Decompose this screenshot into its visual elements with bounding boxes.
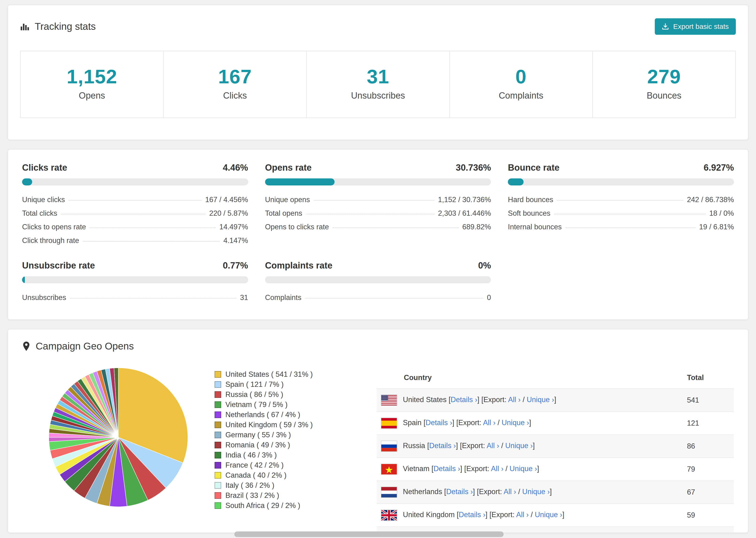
export-basic-stats-button[interactable]: Export basic stats — [655, 18, 736, 35]
geo-legend: United States ( 541 / 31% )Spain ( 121 /… — [215, 367, 377, 512]
bounce-rate-progress-track — [508, 178, 734, 186]
stat-complaints: 0 Complaints — [449, 51, 592, 118]
export-all-link[interactable]: All › — [508, 396, 520, 404]
legend-item: Germany ( 55 / 3% ) — [215, 431, 377, 439]
country-column-header: Country — [377, 367, 682, 389]
horizontal-scrollbar-thumb[interactable] — [234, 531, 503, 537]
export-all-link[interactable]: All › — [483, 418, 495, 427]
legend-label: India ( 46 / 3% ) — [225, 452, 277, 459]
legend-item: Canada ( 40 / 2% ) — [215, 471, 377, 479]
total-cell: 79 — [682, 458, 734, 481]
table-row: United States [Details ›] [Export: All ›… — [377, 389, 734, 412]
table-row: Vietnam [Details ›] [Export: All › / Uni… — [377, 458, 734, 481]
opens-rate-progress-fill — [265, 178, 335, 186]
legend-item: India ( 46 / 3% ) — [215, 452, 377, 459]
country-cell: United States [Details ›] [Export: All ›… — [377, 389, 682, 412]
export-unique-link[interactable]: Unique › — [502, 418, 529, 427]
geo-table: Country Total United States [Details ›] … — [377, 367, 734, 533]
download-icon — [662, 23, 669, 30]
export-unique-link[interactable]: Unique › — [522, 488, 550, 496]
rate-row-value: 4.147% — [224, 237, 248, 245]
legend-item: Brazil ( 33 / 2% ) — [215, 492, 377, 499]
tracking-stats-card: Tracking stats Export basic stats 1,152 … — [8, 5, 748, 140]
dotted-leader — [69, 200, 201, 201]
table-row: United Kingdom [Details ›] [Export: All … — [377, 504, 734, 527]
rate-row: Soft bounces18 / 0% — [508, 207, 734, 220]
stat-clicks: 167 Clicks — [163, 51, 306, 118]
stats-summary-row: 1,152 Opens 167 Clicks 31 Unsubscribes 0… — [20, 51, 736, 118]
geo-table-header-row: Country Total — [377, 367, 734, 389]
country-cell: Netherlands [Details ›] [Export: All › /… — [377, 481, 682, 504]
legend-item: Italy ( 36 / 2% ) — [215, 482, 377, 489]
legend-swatch — [215, 422, 221, 428]
rate-row-value: 18 / 0% — [709, 209, 734, 218]
rate-row: Opens to clicks rate689.82% — [265, 220, 491, 234]
legend-swatch — [215, 432, 221, 438]
rate-row-label: Unique clicks — [22, 195, 65, 204]
stat-label: Complaints — [450, 91, 592, 101]
rate-row-label: Unsubscribes — [22, 294, 66, 302]
rate-row-label: Internal bounces — [508, 223, 562, 231]
export-unique-link[interactable]: Unique › — [505, 442, 533, 450]
legend-item: United Kingdom ( 59 / 3% ) — [215, 421, 377, 428]
rate-value: 4.46% — [223, 163, 248, 173]
export-unique-link[interactable]: Unique › — [510, 464, 537, 473]
stat-label: Opens — [21, 91, 163, 101]
details-link[interactable]: Details › — [429, 442, 456, 450]
export-unique-link[interactable]: Unique › — [535, 511, 562, 519]
total-cell: 59 — [682, 504, 734, 527]
flag-ru-icon — [381, 441, 397, 452]
rate-value: 30.736% — [456, 163, 491, 173]
rate-row: Total opens2,303 / 61.446% — [265, 207, 491, 220]
details-link[interactable]: Details › — [446, 488, 473, 496]
legend-label: Germany ( 55 / 3% ) — [225, 431, 291, 439]
rate-row: Unique clicks167 / 4.456% — [22, 193, 248, 207]
total-cell: 67 — [682, 481, 734, 504]
stat-opens: 1,152 Opens — [21, 51, 163, 118]
legend-item: Spain ( 121 / 7% ) — [215, 381, 377, 388]
dotted-leader — [90, 228, 216, 228]
details-link[interactable]: Details › — [451, 396, 477, 404]
legend-label: Vietnam ( 79 / 5% ) — [225, 401, 288, 408]
details-link[interactable]: Details › — [433, 464, 460, 473]
rate-row-value: 31 — [240, 294, 248, 302]
export-all-link[interactable]: All › — [504, 488, 516, 496]
opens-rate-block: Opens rate 30.736% Unique opens1,152 / 3… — [265, 163, 491, 247]
details-link[interactable]: Details › — [459, 511, 486, 519]
export-button-label: Export basic stats — [673, 23, 729, 30]
dotted-leader — [554, 214, 706, 214]
table-row: Spain [Details ›] [Export: All › / Uniqu… — [377, 412, 734, 435]
map-pin-icon — [22, 341, 30, 351]
page-title: Tracking stats — [35, 21, 96, 32]
rate-row-label: Complaints — [265, 294, 301, 302]
country-name: Vietnam — [403, 464, 429, 473]
rate-title: Clicks rate — [22, 163, 67, 173]
legend-swatch — [215, 402, 221, 408]
legend-label: France ( 42 / 2% ) — [225, 461, 284, 469]
complaints-rate-block: Complaints rate 0% Complaints0 — [265, 260, 491, 304]
rate-row: Unique opens1,152 / 30.736% — [265, 193, 491, 207]
rate-title: Opens rate — [265, 163, 312, 173]
stat-label: Clicks — [164, 91, 306, 101]
geo-table-body: United States [Details ›] [Export: All ›… — [377, 389, 734, 533]
legend-swatch — [215, 391, 221, 398]
stat-value: 279 — [593, 66, 735, 87]
rate-row-label: Clicks to opens rate — [22, 223, 86, 231]
export-all-link[interactable]: All › — [491, 464, 503, 473]
opens-rate-progress-track — [265, 178, 491, 186]
legend-swatch — [215, 502, 221, 509]
dotted-leader — [314, 200, 434, 201]
geo-pie-chart[interactable] — [48, 367, 189, 508]
export-unique-link[interactable]: Unique › — [527, 396, 554, 404]
rate-row-label: Total clicks — [22, 209, 57, 218]
export-all-link[interactable]: All › — [487, 442, 499, 450]
rate-row: Click through rate4.147% — [22, 234, 248, 247]
export-all-link[interactable]: All › — [516, 511, 528, 519]
country-name: Russia — [403, 442, 425, 450]
legend-swatch — [215, 482, 221, 489]
stat-value: 0 — [450, 66, 592, 87]
rate-row-value: 19 / 6.81% — [699, 223, 734, 231]
rate-row: Clicks to opens rate14.497% — [22, 220, 248, 234]
details-link[interactable]: Details › — [426, 418, 453, 427]
dotted-leader — [70, 298, 236, 298]
